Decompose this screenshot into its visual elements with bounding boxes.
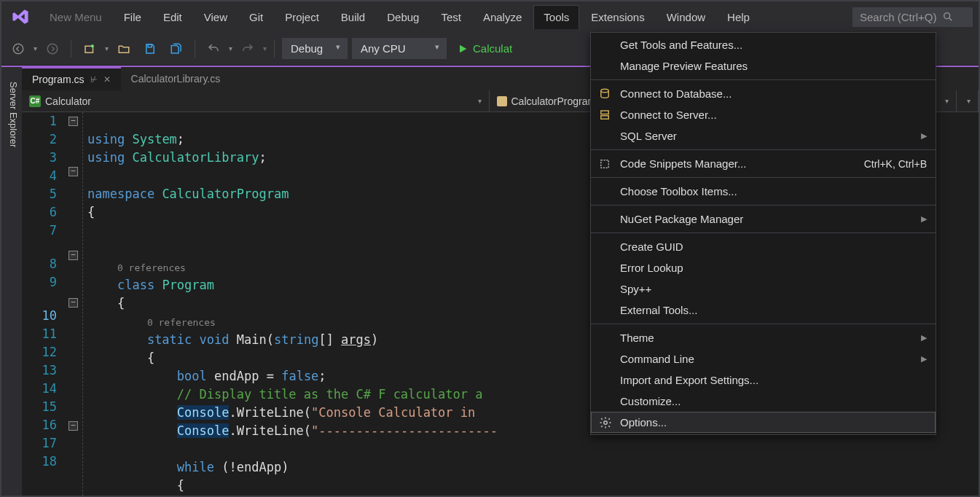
svg-rect-8 xyxy=(601,111,609,114)
close-icon[interactable]: ✕ xyxy=(103,74,111,85)
menu-get-tools[interactable]: Get Tools and Features... xyxy=(591,34,936,55)
tab-label: Program.cs xyxy=(32,74,85,85)
undo-button[interactable] xyxy=(203,38,224,60)
chevron-right-icon: ▶ xyxy=(921,333,927,343)
fold-icon[interactable]: − xyxy=(68,298,78,308)
menu-extensions[interactable]: Extensions xyxy=(581,5,654,29)
open-button[interactable] xyxy=(113,38,135,60)
menu-tools[interactable]: Tools xyxy=(533,5,579,29)
start-button[interactable]: Calculat xyxy=(451,42,512,55)
csharp-icon: C# xyxy=(29,95,41,107)
snippet-icon xyxy=(598,157,611,171)
menu-manage-preview[interactable]: Manage Preview Features xyxy=(591,55,936,77)
menu-spy[interactable]: Spy++ xyxy=(591,278,936,300)
svg-point-0 xyxy=(944,13,950,19)
menu-create-guid[interactable]: Create GUID xyxy=(591,236,936,257)
line-gutter: 1234 567 89 10111213 1415161718 xyxy=(22,112,67,496)
menu-window[interactable]: Window xyxy=(656,5,716,29)
chevron-right-icon: ▶ xyxy=(921,131,927,141)
menu-sql-server[interactable]: SQL Server▶ xyxy=(591,125,936,146)
search-box[interactable]: Search (Ctrl+Q) xyxy=(852,7,973,27)
nav-project-label: Calculator xyxy=(45,95,91,107)
fold-icon[interactable]: − xyxy=(68,117,78,126)
menu-theme[interactable]: Theme▶ xyxy=(591,327,936,348)
menu-test[interactable]: Test xyxy=(431,5,471,29)
menu-options[interactable]: Options... xyxy=(591,412,936,433)
menu-import-export[interactable]: Import and Export Settings... xyxy=(591,369,936,391)
menu-view[interactable]: View xyxy=(194,5,238,29)
chevron-right-icon: ▶ xyxy=(921,354,927,364)
svg-rect-6 xyxy=(148,44,152,47)
save-button[interactable] xyxy=(139,38,161,60)
pin-icon[interactable]: ⊬ xyxy=(90,75,98,85)
platform-combo[interactable]: Any CPU xyxy=(352,38,447,59)
side-tabs: Server Explorer Toolbox xyxy=(1,67,22,496)
svg-rect-10 xyxy=(601,160,609,168)
svg-line-1 xyxy=(949,18,952,20)
menu-toolbox-items[interactable]: Choose Toolbox Items... xyxy=(591,181,936,202)
menu-bar: New Menu File Edit View Git Project Buil… xyxy=(1,1,979,32)
chevron-right-icon: ▶ xyxy=(921,214,927,224)
menu-project[interactable]: Project xyxy=(275,5,329,29)
forward-button[interactable] xyxy=(42,38,63,60)
menu-separator xyxy=(591,149,936,150)
menu-snippets[interactable]: Code Snippets Manager...Ctrl+K, Ctrl+B xyxy=(591,153,936,174)
new-project-button[interactable] xyxy=(79,38,101,60)
menu-separator xyxy=(591,205,936,206)
menu-debug[interactable]: Debug xyxy=(377,5,429,29)
server-icon xyxy=(598,109,611,122)
menu-customize[interactable]: Customize... xyxy=(591,391,936,412)
vs-logo xyxy=(7,4,34,30)
menu-command-line[interactable]: Command Line▶ xyxy=(591,348,936,369)
config-combo[interactable]: Debug xyxy=(282,38,348,59)
menu-file[interactable]: File xyxy=(114,5,152,29)
class-icon xyxy=(497,96,507,106)
menu-help[interactable]: Help xyxy=(717,5,760,29)
fold-icon[interactable]: − xyxy=(68,167,78,176)
database-icon xyxy=(598,87,611,101)
menu-new-menu[interactable]: New Menu xyxy=(39,5,112,29)
menu-error-lookup[interactable]: Error Lookup xyxy=(591,257,936,278)
menu-connect-db[interactable]: Connect to Database... xyxy=(591,83,936,104)
search-icon xyxy=(942,11,954,23)
start-label: Calculat xyxy=(473,42,512,55)
save-all-button[interactable] xyxy=(165,38,187,60)
menu-nuget[interactable]: NuGet Package Manager▶ xyxy=(591,208,936,230)
fold-column: − − − − − xyxy=(67,112,83,496)
svg-point-7 xyxy=(601,89,609,93)
back-dropdown[interactable] xyxy=(7,38,29,60)
menu-separator xyxy=(591,79,936,80)
tab-calculatorlibrary-cs[interactable]: CalculatorLibrary.cs xyxy=(121,67,231,90)
nav-project[interactable]: C# Calculator xyxy=(22,90,490,111)
menu-separator xyxy=(591,232,936,233)
gear-icon xyxy=(599,416,612,429)
tab-program-cs[interactable]: Program.cs ⊬ ✕ xyxy=(22,67,121,90)
menu-git[interactable]: Git xyxy=(239,5,273,29)
menu-edit[interactable]: Edit xyxy=(153,5,192,29)
menu-build[interactable]: Build xyxy=(331,5,375,29)
svg-point-3 xyxy=(47,44,58,54)
svg-rect-9 xyxy=(601,115,609,119)
redo-button[interactable] xyxy=(237,38,259,60)
svg-point-2 xyxy=(13,44,23,54)
search-placeholder: Search (Ctrl+Q) xyxy=(860,11,936,23)
tab-label: CalculatorLibrary.cs xyxy=(131,73,221,85)
fold-icon[interactable]: − xyxy=(68,251,78,260)
menu-analyze[interactable]: Analyze xyxy=(473,5,532,29)
menu-connect-server[interactable]: Connect to Server... xyxy=(591,104,936,125)
menu-external-tools[interactable]: External Tools... xyxy=(591,300,936,321)
fold-icon[interactable]: − xyxy=(68,421,78,431)
menu-separator xyxy=(591,324,936,324)
server-explorer-tab[interactable]: Server Explorer xyxy=(5,74,22,496)
menu-separator xyxy=(591,177,936,178)
svg-point-11 xyxy=(604,420,608,424)
play-icon xyxy=(457,43,469,55)
nav-member[interactable] xyxy=(957,90,979,111)
tools-menu: Get Tools and Features... Manage Preview… xyxy=(590,32,936,435)
